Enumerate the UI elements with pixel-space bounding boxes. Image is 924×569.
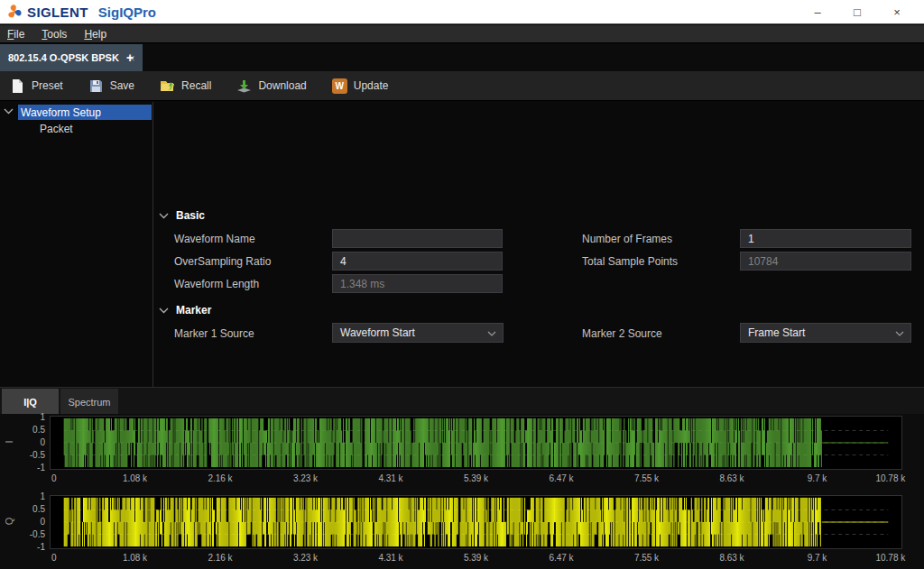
- menu-bar: File Tools Help: [0, 25, 924, 43]
- x-tick-label: 9.7 k: [808, 553, 827, 563]
- y-tick-label: 1: [23, 491, 45, 501]
- chevron-down-icon[interactable]: [4, 108, 14, 115]
- tab-iq[interactable]: I|Q: [2, 389, 59, 415]
- siglent-logo-icon: [6, 4, 23, 20]
- x-tick-label: 0: [51, 553, 57, 563]
- waveform-length-label: Waveform Length: [174, 278, 259, 290]
- update-button[interactable]: W Update: [332, 78, 389, 94]
- chevron-down-icon: [159, 307, 169, 314]
- y-tick-label: -0.5: [23, 450, 45, 460]
- section-marker-header[interactable]: Marker: [159, 304, 211, 317]
- y-tick-label: 1: [23, 412, 45, 422]
- minimize-button[interactable]: –: [798, 0, 837, 24]
- close-button[interactable]: ×: [877, 0, 917, 24]
- update-badge-icon: W: [332, 78, 347, 94]
- x-tick-label: 7.55 k: [634, 473, 659, 483]
- maximize-button[interactable]: □: [837, 0, 877, 24]
- download-button[interactable]: Download: [236, 78, 306, 94]
- save-label: Save: [110, 79, 134, 92]
- x-tick-label: 6.47 k: [549, 553, 573, 563]
- menu-help[interactable]: Help: [84, 28, 106, 41]
- x-tick-label: 10.78 k: [875, 473, 905, 483]
- menu-file[interactable]: File: [7, 28, 24, 41]
- x-tick-label: 8.63 k: [719, 473, 744, 483]
- section-basic-title: Basic: [176, 209, 205, 222]
- x-tick-label: 0: [51, 473, 57, 483]
- marker1-source-dropdown[interactable]: Waveform Start: [332, 323, 504, 343]
- floppy-disk-icon: [88, 78, 104, 94]
- title-bar: SIGLENT SigIQPro – □ ×: [0, 0, 924, 24]
- window-controls: – □ ×: [798, 0, 917, 24]
- recall-button[interactable]: Recall: [160, 78, 211, 94]
- preset-label: Preset: [32, 79, 63, 92]
- section-marker-title: Marker: [176, 304, 211, 317]
- y-tick-label: 0.5: [23, 425, 45, 435]
- update-label: Update: [354, 79, 389, 92]
- number-of-frames-label: Number of Frames: [582, 233, 672, 245]
- tree-item-waveform-setup[interactable]: Waveform Setup: [18, 105, 152, 120]
- chevron-down-icon: [159, 213, 169, 219]
- x-tick-label: 4.31 k: [378, 553, 402, 563]
- toolbar: Preset Save Recall Download: [0, 71, 924, 101]
- x-tick-label: 7.55 k: [634, 553, 659, 563]
- app-name: SigIQPro: [98, 5, 156, 20]
- add-tab-button[interactable]: +: [120, 44, 140, 71]
- number-of-frames-input[interactable]: 1: [740, 229, 911, 248]
- sigiqpro-window: SIGLENT SigIQPro – □ × File Tools Help 8…: [0, 0, 924, 569]
- q-axis-name: Q: [4, 514, 14, 528]
- oversampling-ratio-input[interactable]: 4: [332, 252, 503, 271]
- total-sample-points-label: Total Sample Points: [582, 255, 678, 268]
- save-button[interactable]: Save: [88, 78, 134, 94]
- recall-label: Recall: [181, 79, 211, 92]
- document-tab-bar: 802.15.4 O-QPSK BPSK × +: [0, 44, 924, 71]
- x-tick-label: 10.78 k: [875, 553, 905, 563]
- section-basic-header[interactable]: Basic: [159, 209, 205, 222]
- x-tick-label: 3.23 k: [293, 553, 318, 563]
- x-tick-label: 4.31 k: [378, 473, 402, 483]
- marker1-source-label: Marker 1 Source: [174, 327, 254, 340]
- x-tick-label: 6.47 k: [549, 473, 573, 483]
- x-tick-label: 5.39 k: [464, 553, 488, 563]
- tree-item-packet[interactable]: Packet: [40, 122, 73, 136]
- preset-button[interactable]: Preset: [10, 78, 63, 94]
- view-tab-bar: I|Q Spectrum: [0, 387, 924, 414]
- folder-open-icon: [160, 78, 175, 94]
- q-waveform-plot: [50, 495, 902, 549]
- brand-text: SIGLENT: [27, 5, 88, 20]
- document-icon: [10, 78, 25, 94]
- y-tick-label: -1: [23, 542, 45, 552]
- x-tick-label: 1.08 k: [123, 553, 147, 563]
- i-waveform-plot: [50, 416, 902, 470]
- waveform-name-label: Waveform Name: [174, 233, 255, 245]
- marker2-source-dropdown[interactable]: Frame Start: [740, 323, 911, 343]
- x-tick-label: 5.39 k: [464, 473, 488, 483]
- x-tick-label: 9.7 k: [808, 473, 827, 483]
- download-arrow-icon: [236, 78, 252, 94]
- y-tick-label: 0: [23, 437, 45, 447]
- waveform-length-field: 1.348 ms: [332, 274, 503, 293]
- menu-tools[interactable]: Tools: [42, 28, 67, 41]
- chevron-down-icon: [895, 331, 904, 336]
- marker2-source-label: Marker 2 Source: [582, 327, 662, 340]
- y-tick-label: -0.5: [23, 529, 45, 539]
- tab-spectrum[interactable]: Spectrum: [60, 389, 118, 415]
- marker2-source-value: Frame Start: [748, 326, 805, 339]
- x-tick-label: 8.63 k: [719, 553, 744, 563]
- x-tick-label: 2.16 k: [208, 473, 232, 483]
- x-tick-label: 2.16 k: [208, 553, 232, 563]
- waveform-name-input[interactable]: [332, 229, 503, 248]
- download-label: Download: [258, 79, 306, 92]
- y-tick-label: -1: [23, 463, 45, 473]
- total-sample-points-field: 10784: [740, 252, 911, 271]
- y-tick-label: 0.5: [23, 504, 45, 514]
- chevron-down-icon: [487, 331, 496, 336]
- tab-label: 802.15.4 O-QPSK BPSK: [8, 52, 119, 63]
- x-tick-label: 3.23 k: [293, 473, 318, 483]
- main-area: Waveform Setup Packet Basic Waveform Nam…: [0, 102, 924, 387]
- i-axis-name: I: [4, 435, 14, 449]
- iq-chart-area: I 10.50-0.5-1 01.08 k2.16 k3.23 k4.31 k5…: [0, 414, 924, 569]
- marker1-source-value: Waveform Start: [340, 326, 415, 339]
- x-tick-label: 1.08 k: [123, 473, 147, 483]
- oversampling-ratio-label: OverSampling Ratio: [174, 255, 271, 268]
- settings-tree: Waveform Setup Packet: [0, 102, 153, 387]
